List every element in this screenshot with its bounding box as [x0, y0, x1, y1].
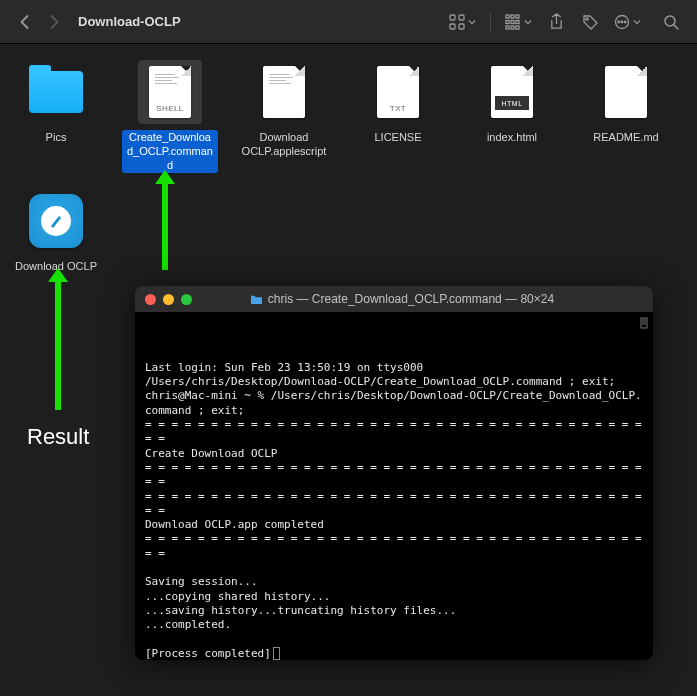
- terminal-line: Create Download OCLP: [145, 447, 643, 461]
- terminal-line: = = = = = = = = = = = = = = = = = = = = …: [145, 490, 643, 519]
- terminal-body[interactable]: Last login: Sun Feb 23 13:50:19 on ttys0…: [135, 312, 653, 660]
- file-item[interactable]: HTMLindex.html: [464, 60, 560, 173]
- file-item[interactable]: Download OCLP: [8, 189, 104, 275]
- folder-title: Download-OCLP: [78, 14, 181, 29]
- doc-icon: HTML: [480, 60, 544, 124]
- doc-icon: TXT: [366, 60, 430, 124]
- file-label: Download OCLP.applescript: [236, 130, 332, 160]
- svg-rect-3: [459, 24, 464, 29]
- terminal-line: chris@Mac-mini ~ % /Users/chris/Desktop/…: [145, 389, 643, 418]
- svg-rect-1: [459, 15, 464, 20]
- finder-toolbar: Download-OCLP: [0, 0, 697, 44]
- svg-rect-12: [516, 26, 519, 29]
- file-grid: PicsSHELLCreate_Download_OCLP.commandDow…: [0, 44, 697, 291]
- svg-rect-9: [516, 20, 519, 23]
- terminal-line: [145, 633, 643, 647]
- svg-point-16: [621, 21, 623, 23]
- svg-rect-2: [450, 24, 455, 29]
- terminal-line: /Users/chris/Desktop/Download-OCLP/Creat…: [145, 375, 643, 389]
- forward-button[interactable]: [42, 10, 66, 34]
- back-button[interactable]: [12, 10, 36, 34]
- tag-icon[interactable]: [576, 10, 604, 34]
- svg-rect-8: [511, 20, 514, 23]
- svg-rect-4: [506, 15, 509, 18]
- terminal-line: ...completed.: [145, 618, 643, 632]
- file-label: index.html: [483, 130, 541, 146]
- terminal-line: = = = = = = = = = = = = = = = = = = = = …: [145, 532, 643, 561]
- folder-small-icon: [250, 294, 263, 305]
- file-item[interactable]: README.md: [578, 60, 674, 173]
- doc-icon: SHELL: [138, 60, 202, 124]
- svg-point-15: [618, 21, 620, 23]
- doc-icon: [252, 60, 316, 124]
- terminal-line: [145, 561, 643, 575]
- svg-rect-0: [450, 15, 455, 20]
- share-icon[interactable]: [542, 10, 570, 34]
- toolbar-divider: [490, 13, 491, 31]
- action-icon[interactable]: [610, 10, 645, 34]
- svg-rect-11: [511, 26, 514, 29]
- arrow-to-command: [162, 182, 168, 270]
- close-icon[interactable]: [145, 294, 156, 305]
- file-label: Pics: [42, 130, 71, 146]
- terminal-window[interactable]: chris — Create_Download_OCLP.command — 8…: [135, 286, 653, 660]
- group-by-icon[interactable]: [501, 10, 536, 34]
- arrow-to-result: [55, 280, 61, 410]
- file-label: README.md: [589, 130, 662, 146]
- result-label: Result: [27, 424, 89, 450]
- file-label: Create_Download_OCLP.command: [122, 130, 218, 173]
- svg-rect-6: [516, 15, 519, 18]
- terminal-titlebar[interactable]: chris — Create_Download_OCLP.command — 8…: [135, 286, 653, 312]
- app-icon: [24, 189, 88, 253]
- terminal-line: = = = = = = = = = = = = = = = = = = = = …: [145, 418, 643, 447]
- terminal-line: [Process completed]: [145, 647, 643, 660]
- cursor: [273, 647, 280, 660]
- terminal-title: chris — Create_Download_OCLP.command — 8…: [161, 292, 643, 306]
- svg-point-17: [624, 21, 626, 23]
- scroll-icon: [637, 316, 651, 330]
- file-item[interactable]: SHELLCreate_Download_OCLP.command: [122, 60, 218, 173]
- file-item[interactable]: TXTLICENSE: [350, 60, 446, 173]
- terminal-line: ...copying shared history...: [145, 590, 643, 604]
- svg-point-13: [586, 17, 588, 19]
- terminal-line: Saving session...: [145, 575, 643, 589]
- svg-rect-5: [511, 15, 514, 18]
- file-item[interactable]: Pics: [8, 60, 104, 173]
- file-item[interactable]: Download OCLP.applescript: [236, 60, 332, 173]
- svg-rect-10: [506, 26, 509, 29]
- folder-icon: [24, 60, 88, 124]
- doc-icon: [594, 60, 658, 124]
- view-icon-grid[interactable]: [445, 10, 480, 34]
- terminal-line: ...saving history...truncating history f…: [145, 604, 643, 618]
- terminal-line: Last login: Sun Feb 23 13:50:19 on ttys0…: [145, 361, 643, 375]
- terminal-line: = = = = = = = = = = = = = = = = = = = = …: [145, 461, 643, 490]
- terminal-line: Download OCLP.app completed: [145, 518, 643, 532]
- svg-rect-7: [506, 20, 509, 23]
- search-icon[interactable]: [657, 10, 685, 34]
- file-label: LICENSE: [370, 130, 425, 146]
